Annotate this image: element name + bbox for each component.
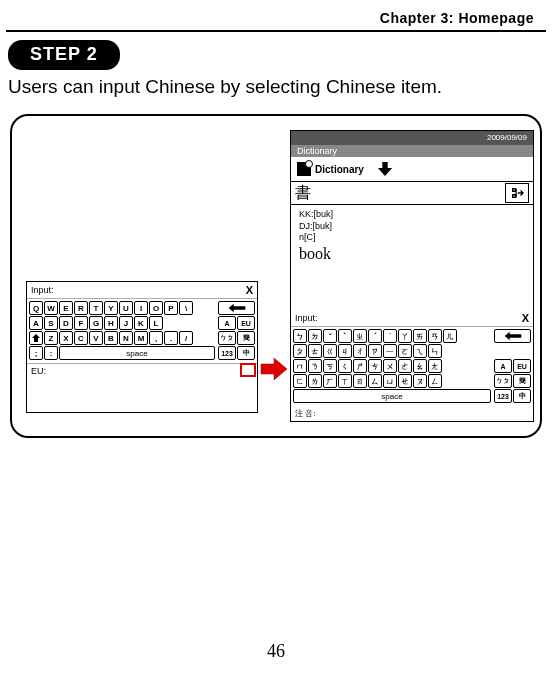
key[interactable]: A (29, 316, 43, 330)
key[interactable]: ㄒ (338, 374, 352, 388)
key[interactable]: R (74, 301, 88, 315)
close-icon[interactable]: X (246, 284, 253, 296)
key[interactable]: V (89, 331, 103, 345)
key[interactable]: K (134, 316, 148, 330)
exit-icon[interactable] (505, 183, 529, 203)
key[interactable]: ㄝ (398, 374, 412, 388)
key[interactable]: ㄓ (353, 329, 367, 343)
key-semicolon[interactable]: ; (29, 346, 43, 360)
key[interactable]: T (89, 301, 103, 315)
key-mode-simplified[interactable]: 簡 (513, 374, 531, 388)
backspace-icon[interactable] (494, 329, 531, 343)
key[interactable]: ㄧ (383, 344, 397, 358)
key[interactable]: ㄍ (323, 344, 337, 358)
key-mode-a[interactable]: A (218, 316, 236, 330)
key[interactable]: ㄈ (293, 374, 307, 388)
key-colon[interactable]: : (44, 346, 58, 360)
key[interactable]: ˋ (338, 329, 352, 343)
key[interactable]: ˇ (323, 329, 337, 343)
key[interactable]: ㄛ (398, 344, 412, 358)
key[interactable]: U (119, 301, 133, 315)
key-space[interactable]: space (59, 346, 215, 360)
key[interactable]: ㄦ (443, 329, 457, 343)
key[interactable]: ㄇ (293, 359, 307, 373)
key-mode-123[interactable]: 123 (218, 346, 236, 360)
key[interactable]: ㄘ (368, 359, 382, 373)
key[interactable]: ㄖ (353, 374, 367, 388)
key[interactable]: W (44, 301, 58, 315)
key-mode-chinese[interactable]: 中 (237, 346, 255, 360)
key-mode-eu[interactable]: EU (237, 316, 255, 330)
key[interactable]: Y (104, 301, 118, 315)
key[interactable]: S (44, 316, 58, 330)
key[interactable]: ㄟ (413, 344, 427, 358)
key[interactable]: ㄥ (428, 374, 442, 388)
eu-label-row: EU: (27, 363, 257, 378)
key[interactable]: H (104, 316, 118, 330)
key[interactable]: , (149, 331, 163, 345)
key[interactable]: ㄚ (398, 329, 412, 343)
key[interactable]: ㄌ (308, 374, 322, 388)
key[interactable]: M (134, 331, 148, 345)
key[interactable]: I (134, 301, 148, 315)
key[interactable]: G (89, 316, 103, 330)
key[interactable]: ㄆ (293, 344, 307, 358)
key[interactable]: ㄠ (413, 359, 427, 373)
key[interactable]: \ (179, 301, 193, 315)
key[interactable]: ㄞ (413, 329, 427, 343)
key[interactable]: Z (44, 331, 58, 345)
key[interactable]: ㄔ (353, 344, 367, 358)
key-mode-eu[interactable]: EU (513, 359, 531, 373)
key[interactable]: ㄐ (338, 344, 352, 358)
key[interactable]: N (119, 331, 133, 345)
key[interactable]: ㄎ (323, 359, 337, 373)
key[interactable]: ˙ (383, 329, 397, 343)
key[interactable]: Q (29, 301, 43, 315)
key[interactable]: O (149, 301, 163, 315)
key[interactable]: ㄏ (323, 374, 337, 388)
key[interactable]: ㄊ (308, 344, 322, 358)
key[interactable]: D (59, 316, 73, 330)
close-icon[interactable]: X (522, 312, 529, 324)
key-mode-bpmf[interactable]: ㄅㄆ (218, 331, 236, 345)
key[interactable]: ㄕ (353, 359, 367, 373)
key[interactable]: E (59, 301, 73, 315)
key[interactable]: ㄤ (428, 359, 442, 373)
key[interactable]: ㄋ (308, 359, 322, 373)
backspace-icon[interactable] (218, 301, 255, 315)
key-space[interactable]: space (293, 389, 491, 403)
key-mode-123[interactable]: 123 (494, 389, 512, 403)
key-mode-simplified[interactable]: 簡 (237, 331, 255, 345)
shift-key[interactable] (29, 331, 43, 345)
key[interactable]: F (74, 316, 88, 330)
search-input-row[interactable]: 書 (291, 181, 533, 205)
key[interactable]: ㄅ (293, 329, 307, 343)
step-badge: STEP 2 (8, 40, 120, 70)
key[interactable]: . (164, 331, 178, 345)
key[interactable]: ㄗ (368, 344, 382, 358)
key[interactable]: ㄩ (383, 374, 397, 388)
qwerty-keyboard: QWERTYUIOP\ ASDFGHJKL ZXCVBNM,./ ; : spa… (27, 299, 217, 363)
key-mode-bpmf[interactable]: ㄅㄆ (494, 374, 512, 388)
key[interactable]: / (179, 331, 193, 345)
key[interactable]: P (164, 301, 178, 315)
key[interactable]: ㄣ (428, 344, 442, 358)
key[interactable]: ㄜ (398, 359, 412, 373)
input-label-row-left: Input: X (27, 282, 257, 299)
key[interactable]: ㄉ (308, 329, 322, 343)
key-mode-chinese[interactable]: 中 (513, 389, 531, 403)
key[interactable]: ㄡ (413, 374, 427, 388)
input-label-row-right: Input: X (291, 310, 533, 327)
key-mode-a[interactable]: A (494, 359, 512, 373)
key[interactable]: ㄑ (338, 359, 352, 373)
key[interactable]: ㄨ (383, 359, 397, 373)
kk-pronunciation: KK:[buk] (299, 209, 525, 221)
key[interactable]: L (149, 316, 163, 330)
key[interactable]: ㄙ (368, 374, 382, 388)
key[interactable]: ㄢ (428, 329, 442, 343)
key[interactable]: ˊ (368, 329, 382, 343)
key[interactable]: X (59, 331, 73, 345)
key[interactable]: C (74, 331, 88, 345)
key[interactable]: J (119, 316, 133, 330)
key[interactable]: B (104, 331, 118, 345)
